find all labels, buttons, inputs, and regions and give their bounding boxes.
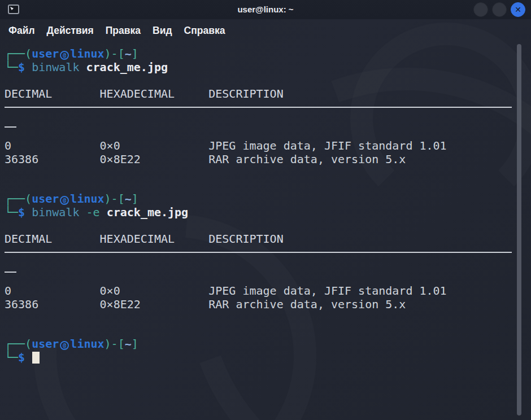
menu-edit[interactable]: Правка [106, 25, 141, 37]
menu-help[interactable]: Справка [184, 25, 225, 37]
command-input-line[interactable]: └─$ [5, 351, 531, 365]
window-title: user@linux: ~ [0, 0, 531, 19]
close-button[interactable]: ✕ [511, 2, 525, 17]
title-bar: user@linux: ~ ✕ [0, 0, 531, 19]
cell-hex: 0×8E22 [100, 298, 209, 312]
cell-description: RAR archive data, version 5.x [208, 152, 406, 166]
header-hexadecimal: HEXADECIMAL [100, 233, 209, 246]
window-controls: ✕ [473, 2, 525, 17]
command-name: binwalk [32, 205, 79, 219]
header-description: DESCRIPTION [208, 87, 283, 100]
prompt-dollar: $ [18, 205, 25, 219]
kali-at-icon: @ [60, 341, 69, 350]
command-line: └─$ binwalk crack_me.jpg [5, 61, 531, 75]
prompt-user: user [32, 337, 59, 351]
table-header: DECIMALHEXADECIMALDESCRIPTION [5, 233, 531, 246]
prompt-path: ~ [125, 337, 132, 351]
blank-line [5, 74, 531, 88]
kali-at-icon: @ [60, 196, 69, 205]
prompt-line-top: ┌──(user@linux)-[~] [5, 193, 531, 206]
blank-line [5, 166, 531, 180]
table-separator [5, 107, 531, 120]
header-hexadecimal: HEXADECIMAL [100, 88, 209, 101]
command-line: └─$ binwalk -e crack_me.jpg [5, 206, 531, 220]
prompt-host: linux [70, 47, 104, 60]
prompt-frame: )-[ [105, 47, 125, 60]
prompt-frame: ] [132, 337, 138, 351]
table-row: 363860×8E22RAR archive data, version 5.x [5, 153, 531, 167]
prompt-frame: ┌──( [5, 192, 32, 205]
menu-actions[interactable]: Действия [47, 25, 94, 37]
command-argument: crack_me.jpg [86, 60, 168, 74]
prompt-frame: )-[ [105, 337, 125, 351]
table-separator [5, 252, 531, 265]
prompt-path: ~ [125, 47, 132, 60]
prompt-frame: ] [132, 47, 138, 60]
prompt-dollar: $ [18, 351, 25, 364]
table-separator-wrap [5, 126, 531, 140]
terminal-output[interactable]: ┌──(user@linux)-[~] └─$ binwalk crack_me… [0, 43, 531, 420]
cell-description: RAR archive data, version 5.x [208, 298, 406, 311]
table-row: 00×0JPEG image data, JFIF standard 1.01 [5, 139, 531, 153]
cell-hex: 0×8E22 [100, 153, 209, 167]
table-row: 363860×8E22RAR archive data, version 5.x [5, 298, 531, 312]
prompt-frame: ┌──( [5, 337, 32, 351]
blank-line [5, 325, 531, 338]
prompt-line-top: ┌──(user@linux)-[~] [5, 338, 531, 351]
prompt-line-top: ┌──(user@linux)-[~] [5, 47, 531, 61]
header-decimal: DECIMAL [5, 88, 100, 101]
prompt-frame: )-[ [105, 192, 125, 205]
blank-line [5, 311, 531, 325]
cell-description: JPEG image data, JFIF standard 1.01 [208, 284, 446, 298]
prompt-frame: └─ [5, 351, 18, 364]
prompt-host: linux [70, 192, 104, 205]
scrollbar-thumb[interactable] [517, 44, 521, 415]
cell-hex: 0×0 [100, 139, 209, 153]
prompt-path: ~ [125, 192, 132, 205]
command-name: binwalk [32, 60, 79, 74]
header-decimal: DECIMAL [5, 233, 100, 246]
cell-hex: 0×0 [100, 285, 209, 298]
menu-view[interactable]: Вид [153, 25, 172, 37]
blank-line [5, 219, 531, 233]
cell-description: JPEG image data, JFIF standard 1.01 [208, 139, 446, 152]
cell-decimal: 0 [5, 139, 100, 153]
prompt-dollar: $ [18, 60, 25, 74]
prompt-host: linux [70, 337, 104, 351]
prompt-frame: ] [132, 192, 138, 205]
prompt-user: user [32, 192, 59, 205]
table-separator-wrap [5, 272, 531, 285]
command-argument: crack_me.jpg [107, 205, 189, 219]
cell-decimal: 36386 [5, 298, 100, 312]
prompt-frame: ┌──( [5, 47, 32, 60]
menu-file[interactable]: Файл [8, 25, 35, 37]
prompt-frame: └─ [5, 60, 18, 74]
kali-at-icon: @ [60, 51, 69, 60]
minimize-button[interactable] [473, 2, 488, 17]
prompt-user: user [32, 47, 59, 60]
menu-bar: Файл Действия Правка Вид Справка [0, 19, 531, 42]
table-row: 00×0JPEG image data, JFIF standard 1.01 [5, 285, 531, 298]
header-description: DESCRIPTION [208, 232, 283, 246]
table-header: DECIMALHEXADECIMALDESCRIPTION [5, 88, 531, 101]
terminal-cursor [32, 352, 40, 364]
cell-decimal: 36386 [5, 153, 100, 167]
blank-line [5, 180, 531, 193]
command-option: -e [86, 205, 100, 219]
cell-decimal: 0 [5, 285, 100, 298]
maximize-button[interactable] [492, 2, 507, 17]
prompt-frame: └─ [5, 205, 18, 219]
